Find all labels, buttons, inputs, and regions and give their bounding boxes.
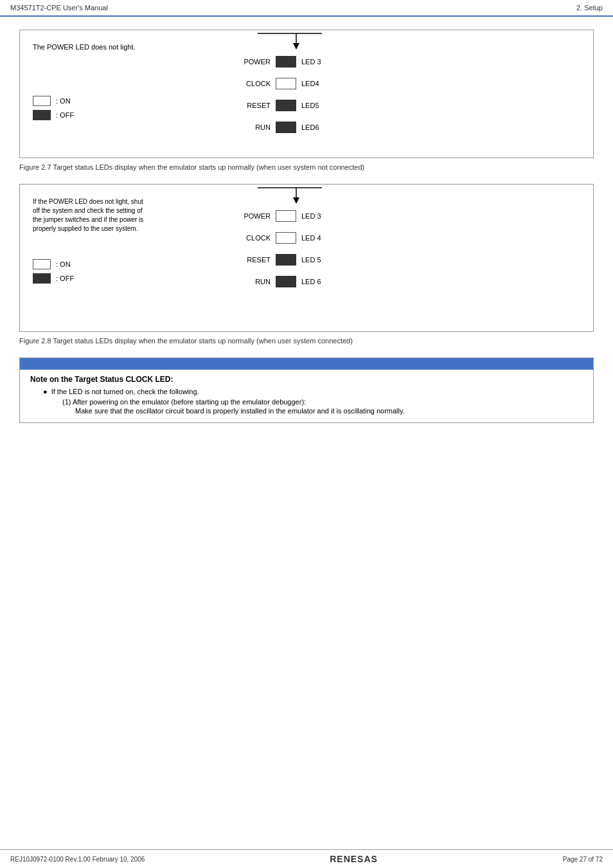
- led-right-run2: LED 6: [301, 278, 327, 285]
- led-label-power1: POWER: [238, 58, 271, 66]
- diagram2-connector: [258, 181, 335, 207]
- led-right-power2: LED 3: [301, 212, 327, 220]
- led-right-run1: LED6: [301, 123, 327, 131]
- diagram2-legend: : ON : OFF: [33, 259, 161, 284]
- led-label-reset2: RESET: [238, 256, 271, 264]
- diagram2-content: If the POWER LED does not light, shut of…: [33, 197, 580, 287]
- bullet-dot: ●: [43, 388, 48, 395]
- led-box-power1: [276, 56, 296, 68]
- note-sub2: Make sure that the oscillator circuit bo…: [75, 407, 583, 415]
- footer-left-text: REJ10J0972-0100 Rev.1.00 February 10, 20…: [10, 856, 145, 863]
- led-label-run2: RUN: [238, 278, 271, 285]
- legend2-on-box: [33, 259, 51, 269]
- header-title-left: M34571T2-CPE User's Manual: [10, 4, 108, 12]
- diagram1-legend: : ON : OFF: [33, 96, 161, 120]
- led-row-reset1: RESET LED5: [238, 100, 327, 111]
- led-row-power1: POWER LED 3: [238, 56, 327, 68]
- led-label-run1: RUN: [238, 123, 271, 131]
- note-bullet: ● If the LED is not turned on, check the…: [43, 388, 583, 395]
- led-right-power1: LED 3: [301, 58, 327, 66]
- note-box: Note on the Target Status CLOCK LED: ● I…: [19, 357, 594, 423]
- legend2-on: : ON: [33, 259, 161, 269]
- diagram2-led-rows: POWER LED 3 CLOCK LED 4 RESET LED 5: [238, 210, 327, 287]
- note-header-bar: [20, 358, 593, 370]
- diagram2-left: If the POWER LED does not light, shut of…: [33, 197, 161, 284]
- diagram1-connector: [258, 27, 335, 53]
- led-right-clock1: LED4: [301, 80, 327, 87]
- led-row-run2: RUN LED 6: [238, 276, 327, 287]
- legend-off-label: : OFF: [56, 111, 74, 119]
- note-title: Note on the Target Status CLOCK LED:: [30, 375, 583, 384]
- led-label-power2: POWER: [238, 212, 271, 220]
- led-box-power2: [276, 210, 296, 222]
- led-row-power2: POWER LED 3: [238, 210, 327, 222]
- diagram2-box: If the POWER LED does not light, shut of…: [19, 184, 594, 332]
- led-row-run1: RUN LED6: [238, 122, 327, 133]
- led-row-reset2: RESET LED 5: [238, 254, 327, 266]
- led-label-reset1: RESET: [238, 102, 271, 109]
- diagram2-right: POWER LED 3 CLOCK LED 4 RESET LED 5: [238, 204, 327, 287]
- led-right-reset2: LED 5: [301, 256, 327, 264]
- led-right-clock2: LED 4: [301, 234, 327, 242]
- figure2-caption: Figure 2.8 Target status LEDs display wh…: [19, 337, 594, 345]
- diagram1-left: The POWER LED does not light. : ON : OFF: [33, 43, 161, 120]
- led-box-clock2: [276, 232, 296, 244]
- led-box-run2: [276, 276, 296, 287]
- diagram1-led-rows: POWER LED 3 CLOCK LED4 RESET LED5: [238, 56, 327, 133]
- svg-marker-6: [293, 197, 299, 204]
- legend-on-label: : ON: [56, 97, 71, 105]
- legend2-off: : OFF: [33, 273, 161, 284]
- figure1-caption: Figure 2.7 Target status LEDs display wh…: [19, 163, 594, 171]
- legend2-off-label: : OFF: [56, 275, 74, 282]
- legend-off-box: [33, 110, 51, 120]
- renesas-logo: RENESAS: [330, 854, 378, 864]
- diagram2-text: If the POWER LED does not light, shut of…: [33, 197, 148, 233]
- svg-marker-2: [293, 43, 299, 50]
- legend2-on-label: : ON: [56, 260, 71, 268]
- diagram1-right: POWER LED 3 CLOCK LED4 RESET LED5: [238, 50, 327, 133]
- led-right-reset1: LED5: [301, 102, 327, 109]
- diagram1-box: The POWER LED does not light. : ON : OFF: [19, 30, 594, 158]
- page-footer: REJ10J0972-0100 Rev.1.00 February 10, 20…: [0, 849, 613, 868]
- legend1-on: : ON: [33, 96, 161, 106]
- diagram1-content: The POWER LED does not light. : ON : OFF: [33, 43, 580, 133]
- diagram1-text: The POWER LED does not light.: [33, 43, 161, 51]
- main-content: The POWER LED does not light. : ON : OFF: [0, 17, 613, 441]
- page-header: M34571T2-CPE User's Manual 2. Setup: [0, 0, 613, 17]
- note-bullet-text: If the LED is not turned on, check the f…: [51, 388, 199, 395]
- led-box-reset1: [276, 100, 296, 111]
- legend1-off: : OFF: [33, 110, 161, 120]
- footer-right-text: Page 27 of 72: [563, 856, 603, 863]
- led-label-clock2: CLOCK: [238, 234, 271, 242]
- led-row-clock1: CLOCK LED4: [238, 78, 327, 89]
- led-box-run1: [276, 122, 296, 133]
- led-label-clock1: CLOCK: [238, 80, 271, 87]
- note-sub1: (1) After powering on the emulator (befo…: [62, 398, 583, 406]
- header-title-right: 2. Setup: [576, 4, 603, 12]
- led-box-clock1: [276, 78, 296, 89]
- legend-on-box: [33, 96, 51, 106]
- led-box-reset2: [276, 254, 296, 266]
- led-row-clock2: CLOCK LED 4: [238, 232, 327, 244]
- legend2-off-box: [33, 273, 51, 284]
